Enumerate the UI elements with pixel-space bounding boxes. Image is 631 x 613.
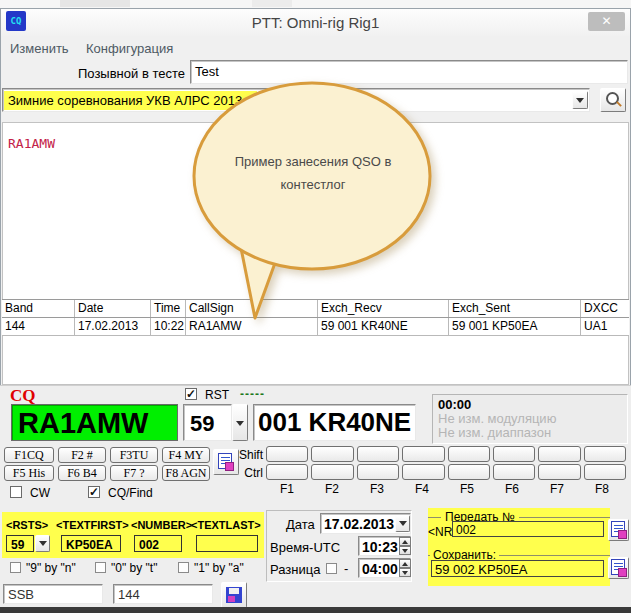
- cw-checkbox[interactable]: [10, 486, 22, 498]
- shift-macro-slot[interactable]: [538, 446, 580, 462]
- callout-balloon: [175, 78, 445, 328]
- band-field[interactable]: 144: [113, 584, 213, 604]
- macro-button-f6b4[interactable]: F6 B4: [58, 465, 106, 481]
- shift-macro-slot[interactable]: [311, 446, 353, 462]
- save-edit-button[interactable]: [608, 557, 629, 579]
- shift-macro-slot[interactable]: [493, 446, 535, 462]
- diff-value: 04:00: [362, 561, 398, 577]
- background-window-fragment: [60, 0, 130, 7]
- nr-field[interactable]: 002: [452, 521, 604, 537]
- rst-combo-dropdown-button[interactable]: [232, 404, 248, 441]
- menu-item-config[interactable]: Конфигурация: [86, 41, 173, 56]
- nine-by-n-label: "9" by "n": [26, 561, 76, 575]
- chevron-down-icon: [236, 421, 244, 426]
- shift-macro-slot[interactable]: [584, 446, 626, 462]
- textfirst-header: <TEXTFIRST>: [56, 519, 129, 531]
- fkey-label: F6: [491, 482, 533, 496]
- ctrl-macro-slot[interactable]: [357, 464, 399, 480]
- save-field[interactable]: 59 002 KP50EA: [431, 560, 604, 577]
- fkey-label: F4: [401, 482, 443, 496]
- rst-checkbox[interactable]: [185, 388, 197, 400]
- close-icon[interactable]: ✕: [588, 12, 625, 31]
- textfirst-field[interactable]: KP50EA: [61, 535, 121, 552]
- diff-spinner[interactable]: 04:00: [358, 558, 411, 578]
- cell-band: 144: [2, 318, 75, 335]
- ctrl-macro-slot[interactable]: [402, 464, 444, 480]
- ctrl-macro-slot[interactable]: [538, 464, 580, 480]
- rsts-header: <RSTS>: [6, 519, 48, 531]
- textlast-field[interactable]: [196, 535, 258, 552]
- ctrl-macro-slot[interactable]: [493, 464, 535, 480]
- fkey-label: F3: [356, 482, 398, 496]
- diff-spin-buttons[interactable]: [399, 559, 411, 577]
- ctrl-macro-slot[interactable]: [584, 464, 626, 480]
- chevron-down-icon: [399, 521, 407, 526]
- callsign-input[interactable]: RA1AMW: [11, 404, 178, 441]
- macro-button-f8agn[interactable]: F8 AGN: [162, 465, 210, 481]
- rst-combo-value: 59: [190, 411, 214, 437]
- contest-search-button[interactable]: [600, 88, 626, 112]
- background-window-fragment: [252, 0, 292, 7]
- rsts-dropdown-button[interactable]: [35, 535, 50, 552]
- nr-edit-button[interactable]: [608, 519, 629, 541]
- shift-macro-slot[interactable]: [448, 446, 490, 462]
- macro-button-f3tu[interactable]: F3TU: [110, 447, 158, 463]
- shift-macro-row: [266, 446, 626, 462]
- one-by-a-checkbox[interactable]: [178, 562, 189, 573]
- fkey-label: F5: [446, 482, 488, 496]
- ctrl-macro-slot[interactable]: [448, 464, 490, 480]
- diff-label: Разница: [270, 562, 320, 577]
- shift-macro-slot[interactable]: [357, 446, 399, 462]
- status-line2: Не изм. диаппазон: [438, 425, 551, 440]
- utc-spinner[interactable]: 10:23: [358, 536, 411, 556]
- fkey-label-row: F1 F2 F3 F4 F5 F6 F7 F8: [266, 482, 626, 496]
- test-callsign-label: Позывной в тесте: [60, 66, 185, 81]
- column-header: DXCC: [581, 300, 629, 317]
- cell-exch-sent: 59 001 KP50EA: [449, 318, 581, 335]
- chevron-down-icon: [39, 541, 47, 546]
- zero-by-t-checkbox[interactable]: [95, 562, 106, 573]
- shift-macro-slot[interactable]: [402, 446, 444, 462]
- one-by-a-label: "1" by "a": [194, 561, 244, 575]
- save-settings-button[interactable]: [221, 582, 247, 608]
- macro-button-f5his[interactable]: F5 His: [4, 465, 54, 481]
- number-field[interactable]: 002: [134, 535, 182, 552]
- diff-checkbox[interactable]: [326, 563, 337, 574]
- status-line1: Не изм. модуляцию: [438, 411, 556, 426]
- utc-value: 10:23: [362, 539, 398, 555]
- exchange-input[interactable]: 001 KR40NE: [253, 404, 416, 441]
- rsts-field[interactable]: 59: [6, 535, 34, 552]
- utc-spin-buttons[interactable]: [399, 537, 411, 555]
- rst-dashes: -----: [240, 387, 265, 401]
- macro-button-f1cq[interactable]: F1CQ: [4, 447, 54, 463]
- shift-macro-slot[interactable]: [266, 446, 308, 462]
- contest-combo-dropdown-button[interactable]: [572, 91, 588, 109]
- column-header: Band: [2, 300, 75, 317]
- macro-button-f4my[interactable]: F4 MY: [162, 447, 210, 463]
- edit-note-icon: [611, 521, 625, 537]
- date-value: 17.02.2013: [324, 516, 394, 532]
- column-header: Date: [75, 300, 151, 317]
- status-timer: 00:00: [438, 397, 471, 412]
- fkey-label: F2: [311, 482, 353, 496]
- balloon-text: Пример занесения QSO в контестлог: [222, 150, 404, 197]
- window-bottom-edge: [0, 607, 631, 613]
- ctrl-macro-slot[interactable]: [266, 464, 308, 480]
- ctrl-macro-slot[interactable]: [311, 464, 353, 480]
- macro-button-f2[interactable]: F2 #: [58, 447, 106, 463]
- cw-label: CW: [30, 486, 50, 500]
- search-icon: [604, 91, 622, 109]
- mode-field[interactable]: SSB: [3, 584, 103, 604]
- spin-up-icon: [402, 562, 408, 566]
- number-header: <NUMBER>: [131, 519, 192, 531]
- macro-button-f7[interactable]: F7 ?: [110, 465, 158, 481]
- zero-by-t-label: "0" by "t": [111, 561, 157, 575]
- cqfind-label: CQ/Find: [108, 486, 153, 500]
- spin-up-icon: [402, 540, 408, 544]
- nine-by-n-checkbox[interactable]: [10, 562, 21, 573]
- date-combo[interactable]: 17.02.2013: [320, 513, 411, 534]
- menu-item-edit[interactable]: Изменить: [10, 41, 69, 56]
- date-dropdown-button[interactable]: [395, 515, 410, 532]
- rst-combo[interactable]: 59: [183, 404, 232, 441]
- cqfind-checkbox[interactable]: [88, 486, 100, 498]
